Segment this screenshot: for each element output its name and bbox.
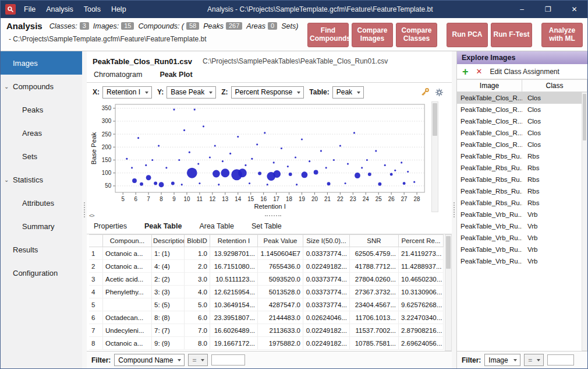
sidebar-item[interactable]: Results [1, 238, 82, 261]
combo-select[interactable]: Base Peak [167, 86, 216, 99]
image-row[interactable]: PeakTable_Clos_R... Clos [457, 127, 587, 139]
combo-select[interactable]: Percent Response [231, 86, 304, 99]
sidebar-item[interactable]: Images [1, 51, 82, 75]
column-header[interactable]: Compoun... [103, 234, 152, 247]
image-filter-operator-select[interactable]: = [524, 354, 544, 366]
column-header[interactable]: Size I(50.0)... [303, 234, 350, 247]
table-row[interactable]: 7 Undecyleni... 7: (7) 7.0 16.6026489...… [89, 324, 444, 337]
cell-class: Rbs [522, 185, 587, 197]
column-header[interactable]: Description [152, 234, 185, 247]
column-header[interactable]: Class [522, 79, 587, 92]
image-row[interactable]: PeakTable_Rbs_Ru... Rbs [457, 197, 587, 209]
column-header[interactable]: Retention I [210, 234, 258, 247]
explore-scrollbar[interactable] [582, 92, 587, 351]
menu-item[interactable]: Help [106, 1, 132, 18]
sidebar-item[interactable]: Areas [1, 121, 82, 145]
sidebar-item[interactable]: ⌄ Statistics [1, 168, 82, 191]
action-button[interactable]: Run PCA [447, 23, 488, 47]
combo-select[interactable]: Retention I [102, 86, 152, 99]
sidebar-item-label: Summary [22, 222, 55, 231]
remove-image-button[interactable]: ✕ [476, 67, 483, 76]
tab[interactable]: Area Table [198, 220, 235, 234]
action-button[interactable]: Run F-Test [491, 23, 532, 47]
maximize-button[interactable]: ❐ [535, 1, 561, 18]
right-splitter[interactable] [452, 51, 456, 368]
chevron-down-icon [201, 359, 204, 361]
image-row[interactable]: PeakTable_Rbs_Ru... Rbs [457, 185, 587, 197]
edit-class-assignment-button[interactable]: Edit Class Assignment [490, 68, 559, 76]
table-row[interactable]: 2 Octanoic a... 4: (4) 2.0 16.7151080...… [89, 260, 444, 273]
cell-compound: Octadecan... [103, 311, 152, 324]
cell-blobid: 8.0 [185, 337, 210, 350]
image-row[interactable]: PeakTable_Vrb_Ru... Vrb [457, 220, 587, 232]
table-row[interactable]: 6 Octadecan... 8: (8) 6.0 23.3951807... … [89, 311, 444, 324]
action-button[interactable]: Compare Classes [396, 23, 437, 47]
scrollbar-thumb[interactable] [433, 103, 437, 136]
column-header[interactable]: Image [457, 79, 522, 92]
tab[interactable]: Peak Table [143, 220, 183, 234]
image-row[interactable]: PeakTable_Rbs_Ru... Rbs [457, 150, 587, 162]
filter-value-input[interactable] [211, 354, 245, 366]
collapse-handle-icon[interactable]: <> [87, 213, 94, 219]
left-splitter[interactable] [82, 51, 87, 368]
minimize-button[interactable]: – [509, 1, 535, 18]
chevron-down-icon[interactable]: ⌄ [4, 177, 9, 183]
column-header[interactable]: SNR [350, 234, 399, 247]
image-filter-field-select[interactable]: Image [484, 354, 520, 366]
menu-item[interactable]: Analysis [41, 1, 79, 18]
sidebar-item[interactable]: ⌄ Compounds [1, 75, 82, 98]
tab[interactable]: Peak Plot [158, 68, 193, 82]
sidebar-item[interactable]: Sets [1, 145, 82, 168]
action-button[interactable]: Analyze with ML [541, 23, 583, 47]
sidebar-item[interactable]: Peaks [1, 98, 82, 121]
combo-value: Retention I [107, 88, 140, 96]
sidebar-item[interactable]: Summary [1, 215, 82, 238]
combo-select[interactable]: Peak [332, 86, 364, 99]
image-filter-value-input[interactable] [547, 354, 574, 366]
table-row[interactable]: 3 Acetic acid... 2: (2) 3.0 10.5111123..… [89, 273, 444, 286]
image-row[interactable]: PeakTable_Vrb_Ru... Vrb [457, 255, 587, 267]
action-button[interactable]: Compare Images [352, 23, 393, 47]
table-row[interactable]: 5 5: (5) 5.0 10.3649154... 4287547.0 0.0… [89, 298, 444, 311]
filter-field-select[interactable]: Compound Name [114, 354, 185, 366]
menu-item[interactable]: File [19, 1, 41, 18]
tab[interactable]: Properties [93, 220, 128, 234]
filter-operator-select[interactable]: = [188, 354, 208, 366]
column-header[interactable]: Percent Re... [399, 234, 444, 247]
image-row[interactable]: PeakTable_Clos_R... Clos [457, 139, 587, 150]
image-row[interactable]: PeakTable_Vrb_Ru... Vrb [457, 209, 587, 220]
sidebar-item[interactable]: Configuration [1, 261, 82, 284]
plot-scrollbar[interactable] [431, 101, 438, 212]
table-row[interactable]: 8 Octanoic a... 9: (9) 8.0 19.1667172...… [89, 337, 444, 350]
add-image-button[interactable]: + [462, 66, 469, 77]
menu-item[interactable]: Tools [79, 1, 106, 18]
image-row[interactable]: PeakTable_Clos_R... Clos [457, 92, 587, 104]
table-scrollbar[interactable] [445, 234, 452, 351]
image-row[interactable]: PeakTable_Rbs_Ru... Rbs [457, 174, 587, 185]
image-row[interactable]: PeakTable_Clos_R... Clos [457, 104, 587, 115]
cell-snr: 23404.4567... [350, 298, 399, 311]
chevron-down-icon[interactable]: ⌄ [4, 83, 9, 90]
scatter-plot[interactable]: 5010015020025030035056789101112131415161… [89, 101, 430, 210]
file-path: C:\Projects\SamplePeakTables\PeakTable_C… [203, 57, 388, 65]
image-row[interactable]: PeakTable_Vrb_Ru... Vrb [457, 244, 587, 255]
scrollbar-thumb[interactable] [583, 94, 586, 140]
column-header[interactable] [89, 234, 103, 247]
action-button[interactable]: Find Compounds [307, 23, 349, 47]
table-row[interactable]: 4 Phenylethy... 3: (3) 4.0 12.6215954...… [89, 286, 444, 298]
column-header[interactable]: Peak Value [258, 234, 303, 247]
svg-text:25: 25 [376, 196, 382, 202]
gear-icon[interactable] [435, 88, 444, 97]
horizontal-splitter[interactable]: <> [87, 212, 452, 219]
tab[interactable]: Set Table [250, 220, 283, 234]
close-button[interactable]: ✕ [561, 1, 587, 18]
tab[interactable]: Chromatogram [93, 68, 143, 82]
sidebar-item[interactable]: Attributes [1, 191, 82, 215]
image-row[interactable]: PeakTable_Rbs_Ru... Rbs [457, 162, 587, 174]
image-row[interactable]: PeakTable_Clos_R... Clos [457, 115, 587, 127]
column-header[interactable]: BlobID [185, 234, 210, 247]
image-row[interactable]: PeakTable_Vrb_Ru... Vrb [457, 232, 587, 244]
scrollbar-thumb[interactable] [446, 236, 451, 269]
key-icon[interactable] [420, 87, 430, 97]
table-row[interactable]: 1 Octanoic a... 1: (1) 1.0 13.9298701...… [89, 247, 444, 260]
